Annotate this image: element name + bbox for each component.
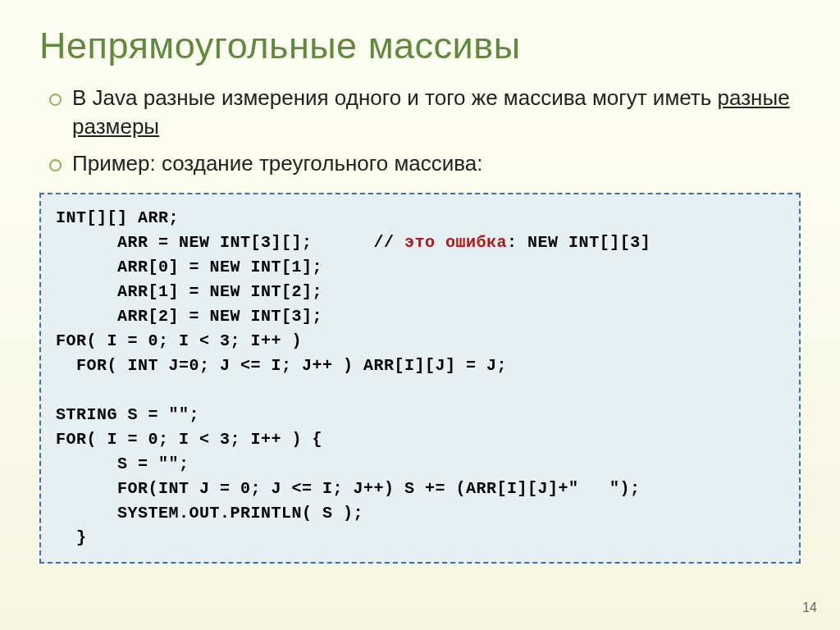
code-line: FOR(INT J = 0; J <= I; J++) S += (ARR[I]… xyxy=(56,479,641,498)
code-line: ARR[2] = NEW INT[3]; xyxy=(56,307,322,326)
bullet-list: В Java разные измерения одного и того же… xyxy=(46,84,801,178)
code-line: S = ""; xyxy=(56,454,189,473)
page-number: 14 xyxy=(802,600,817,615)
code-line: STRING S = ""; xyxy=(56,405,199,424)
bullet-item: В Java разные измерения одного и того же… xyxy=(46,84,801,141)
code-line: FOR( INT J=0; J <= I; J++ ) ARR[I][J] = … xyxy=(56,356,507,375)
code-line: ARR = NEW INT[3][]; xyxy=(56,233,374,252)
code-error-text: это ошибка xyxy=(404,233,507,252)
code-line: ARR[0] = NEW INT[1]; xyxy=(56,258,322,276)
bullet-item: Пример: создание треугольного массива: xyxy=(46,149,801,178)
slide-title: Непрямоугольные массивы xyxy=(39,25,801,67)
code-line: ARR[1] = NEW INT[2]; xyxy=(56,282,322,301)
bullet-text-pre: В Java разные измерения одного и того же… xyxy=(72,85,718,110)
code-line: FOR( I = 0; I < 3; I++ ) { xyxy=(56,430,322,449)
code-line: } xyxy=(56,528,87,547)
code-comment-slashes: // xyxy=(374,233,405,252)
code-comment-tail: : NEW INT[][3] xyxy=(507,233,651,252)
code-block: INT[][] ARR; ARR = NEW INT[3][]; // это … xyxy=(39,193,801,564)
code-line: FOR( I = 0; I < 3; I++ ) xyxy=(56,331,302,350)
bullet-text-pre: Пример: создание треугольного массива: xyxy=(72,151,482,176)
code-line: INT[][] ARR; xyxy=(56,208,179,227)
code-line: SYSTEM.OUT.PRINTLN( S ); xyxy=(56,504,363,523)
slide: Непрямоугольные массивы В Java разные из… xyxy=(0,0,840,580)
